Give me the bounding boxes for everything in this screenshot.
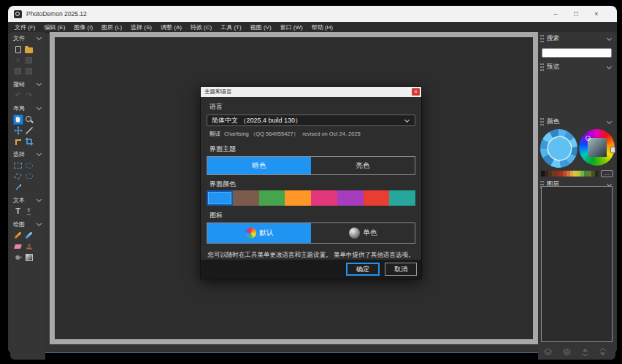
text-tools: T T <box>10 206 45 218</box>
language-dropdown[interactable]: 简体中文 （2025.4 build 130） <box>207 115 415 126</box>
fill-tool-button[interactable] <box>13 252 23 263</box>
ellipse-select-button[interactable] <box>24 160 34 171</box>
crop-tool-button[interactable] <box>24 136 34 147</box>
toolbox-section-text[interactable]: 文本 <box>10 194 45 206</box>
menu-edit[interactable]: 编辑 (E) <box>40 23 69 32</box>
cancel-button[interactable]: 取消 <box>385 263 417 276</box>
zoom-tool-button[interactable] <box>24 115 34 125</box>
menu-image[interactable]: 图像 (I) <box>70 23 96 32</box>
accent-swatch-blue[interactable] <box>207 190 233 206</box>
new-image-button[interactable] <box>13 44 23 55</box>
move-layer-up-button[interactable] <box>580 347 590 357</box>
menu-tools[interactable]: 工具 (T) <box>217 23 245 32</box>
chevron-down-icon <box>37 221 42 226</box>
theme-light-button[interactable]: 亮色 <box>311 157 415 174</box>
chevron-down-icon <box>607 118 612 123</box>
rect-select-button[interactable] <box>13 160 23 171</box>
layer-list[interactable] <box>541 186 613 342</box>
magic-wand-button[interactable] <box>13 182 23 193</box>
move-layer-down-button[interactable] <box>598 347 607 357</box>
accent-swatch-pink[interactable] <box>311 190 337 206</box>
lasso-select-button[interactable] <box>24 171 34 182</box>
accent-swatch-brown[interactable] <box>233 190 259 206</box>
layer-up-icon <box>580 347 590 357</box>
dialog-close-button[interactable]: × <box>412 88 420 96</box>
menu-effects[interactable]: 特效 (C) <box>187 23 215 32</box>
save-as-icon <box>15 68 21 74</box>
hue-handle[interactable] <box>610 147 615 153</box>
brush-tool-button[interactable] <box>24 231 34 241</box>
search-input[interactable] <box>542 48 612 58</box>
ok-button[interactable]: 确定 <box>346 263 380 276</box>
gradient-tool-button[interactable] <box>24 252 34 263</box>
delete-layer-button[interactable] <box>561 347 572 357</box>
theme-label: 界面主题 <box>210 144 421 154</box>
menu-layer[interactable]: 图层 (L) <box>98 23 126 32</box>
layer-buttons <box>542 347 607 357</box>
color-panel-header[interactable]: 颜色 <box>538 115 615 128</box>
palette-more-button[interactable]: … <box>601 170 613 177</box>
palette-swatch[interactable] <box>595 171 599 177</box>
export-button[interactable] <box>24 66 34 77</box>
save-button[interactable] <box>24 55 34 66</box>
move-tool-button[interactable] <box>13 125 23 136</box>
toolbox-section-layout[interactable]: 布局 <box>10 102 45 114</box>
accent-swatch-green[interactable] <box>259 190 285 206</box>
close-button[interactable]: × <box>592 10 601 18</box>
toolbox-section-undo[interactable]: 撤销 <box>10 78 45 90</box>
preview-panel-header[interactable]: 预览 <box>538 61 615 73</box>
hue-wheel[interactable] <box>579 129 615 166</box>
window-titlebar[interactable]: PhotoDemon 2025.12 – □ × <box>8 6 617 22</box>
maximize-button[interactable]: □ <box>572 10 580 18</box>
close-image-button[interactable]: × <box>13 55 23 66</box>
icons-default-button[interactable]: 默认 <box>207 223 311 243</box>
toolbox-section-file[interactable]: 文件 <box>10 32 45 44</box>
layout-tools <box>10 114 45 148</box>
lasso-icon <box>26 174 33 179</box>
redo-button[interactable]: ↷ <box>24 90 34 101</box>
menu-view[interactable]: 视图 (V) <box>247 23 275 32</box>
icons-mono-button[interactable]: 单色 <box>311 223 415 243</box>
accent-color-label: 界面颜色 <box>210 179 421 189</box>
accent-swatch-teal[interactable] <box>389 190 415 206</box>
chevron-down-icon <box>37 81 42 86</box>
pencil-tool-button[interactable] <box>13 231 23 241</box>
accent-swatch-orange[interactable] <box>285 190 311 206</box>
delete-layer-icon <box>561 347 572 357</box>
search-panel-header[interactable]: 搜索 <box>538 32 615 44</box>
menu-file[interactable]: 文件 (F) <box>11 23 39 32</box>
polygon-select-button[interactable] <box>13 171 23 182</box>
advanced-text-icon: T <box>27 207 31 215</box>
saturation-square[interactable] <box>588 138 607 157</box>
save-as-button[interactable] <box>13 66 23 77</box>
measure-tool-button[interactable] <box>24 125 34 136</box>
menu-help[interactable]: 帮助 (H) <box>308 23 337 32</box>
add-layer-button[interactable] <box>542 347 553 357</box>
menu-select[interactable]: 选择 (S) <box>127 23 156 32</box>
eraser-tool-button[interactable] <box>13 241 23 252</box>
advanced-text-tool-button[interactable]: T <box>24 206 34 217</box>
minimize-button[interactable]: – <box>551 10 560 18</box>
accent-swatch-red[interactable] <box>364 190 390 206</box>
accent-swatch-purple[interactable] <box>337 190 364 206</box>
clone-stamp-icon <box>25 242 34 251</box>
dialog-titlebar[interactable]: 主题和语言 × <box>201 87 421 97</box>
hand-tool-button[interactable] <box>13 115 23 125</box>
straighten-tool-button[interactable] <box>13 136 23 147</box>
undo-button[interactable]: ↶ <box>13 90 23 101</box>
text-tool-button[interactable]: T <box>13 206 23 217</box>
color-wheel-icon <box>245 228 256 239</box>
desktop: PhotoDemon 2025.12 – □ × 文件 (F) 编辑 (E) 图… <box>0 0 622 364</box>
menu-adjust[interactable]: 调整 (A) <box>157 23 185 32</box>
toolbox-section-draw[interactable]: 绘图 <box>10 218 45 230</box>
color-harmony-wheel[interactable] <box>540 129 577 168</box>
undo-tools: ↶ ↷ <box>10 90 45 102</box>
brush-icon <box>26 232 33 239</box>
theme-dark-button[interactable]: 暗色 <box>207 157 311 174</box>
menu-window[interactable]: 窗口 (W) <box>277 23 307 32</box>
ellipse-select-icon <box>26 163 33 169</box>
toolbox-section-select[interactable]: 选择 <box>10 148 45 160</box>
clone-stamp-button[interactable] <box>24 241 34 252</box>
open-image-button[interactable] <box>24 44 34 55</box>
color-wheels <box>538 128 615 169</box>
